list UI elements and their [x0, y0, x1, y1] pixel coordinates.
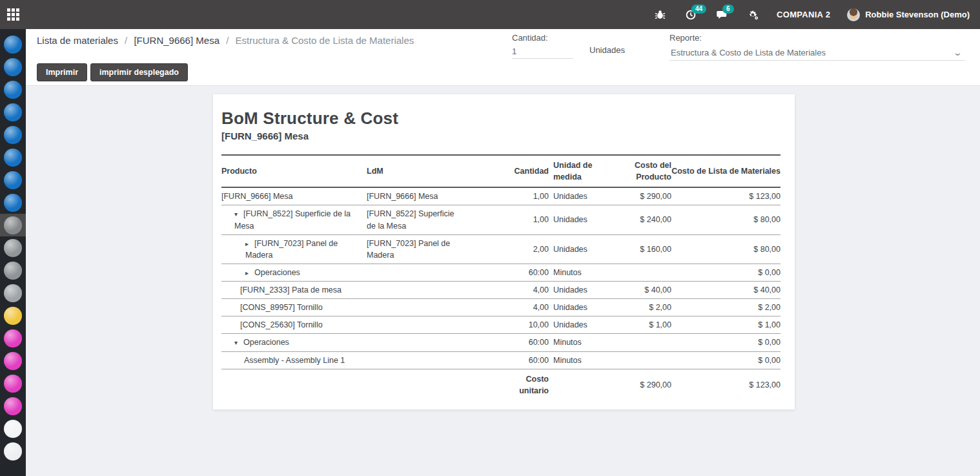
- bom-cost-cell: $ 0,00: [671, 264, 781, 281]
- fold-caret-icon[interactable]: ▾: [234, 338, 243, 348]
- report-subtitle: [FURN_9666] Mesa: [221, 130, 780, 141]
- bom-cost-cell: $ 80,00: [671, 234, 781, 264]
- quantity-cell: 60:00: [465, 264, 549, 281]
- col-header-cantidad: Cantidad: [465, 155, 549, 187]
- quantity-cell: 1,00: [465, 205, 549, 234]
- table-row: ▾Operaciones 60:00 Minutos $ 0,00: [221, 334, 781, 351]
- sidebar-app-item[interactable]: [0, 33, 26, 56]
- messages-badge: 6: [722, 5, 734, 14]
- report-type-value: Estructura & Costo de Lista de Materiale…: [671, 48, 954, 57]
- quantity-cell: 2,00: [465, 234, 549, 264]
- product-cost-cell: $ 2,00: [620, 299, 671, 316]
- sidebar-app-item[interactable]: [0, 78, 26, 101]
- user-avatar: [847, 8, 860, 21]
- print-button[interactable]: Imprimir: [37, 63, 87, 81]
- main-content: BoM Structure & Cost [FURN_9666] Mesa Pr…: [26, 86, 980, 476]
- app-icon: [4, 149, 22, 167]
- table-row: ▸[FURN_7023] Panel de Madera [FURN_7023]…: [221, 234, 781, 264]
- sidebar-app-item[interactable]: [0, 372, 26, 395]
- bom-cost-cell: $ 0,00: [671, 334, 781, 351]
- app-icon: [4, 58, 22, 76]
- table-row: [FURN_2333] Pata de mesa 4,00 Unidades $…: [221, 282, 781, 299]
- sidebar-app-item[interactable]: [0, 146, 26, 169]
- sidebar-app-item[interactable]: [0, 417, 26, 440]
- app-icon: [4, 397, 22, 415]
- sidebar-app-item[interactable]: [0, 191, 26, 214]
- sidebar-app-item[interactable]: [0, 259, 26, 282]
- product-cost-cell: $ 1,00: [620, 316, 671, 334]
- col-header-uom: Unidad de medida: [549, 155, 620, 187]
- sidebar-app-item[interactable]: [0, 349, 26, 372]
- fold-caret-icon[interactable]: ▸: [245, 269, 254, 278]
- bom-name: [367, 264, 465, 281]
- sidebar-app-item[interactable]: [0, 395, 26, 417]
- app-icon: [4, 307, 22, 325]
- fold-caret-icon[interactable]: ▸: [245, 240, 254, 249]
- app-sidebar: [0, 29, 26, 476]
- bom-name: [367, 334, 465, 351]
- apps-grid-icon: [7, 8, 19, 21]
- bom-name: [367, 299, 465, 316]
- table-row: [CONS_89957] Tornillo 4,00 Unidades $ 2,…: [221, 299, 781, 316]
- sidebar-app-item[interactable]: [0, 101, 26, 123]
- sidebar-app-item[interactable]: [0, 123, 26, 146]
- product-name: Operaciones: [254, 268, 300, 277]
- quantity-cell: 4,00: [465, 282, 549, 299]
- quantity-input[interactable]: [512, 44, 573, 59]
- fold-caret-icon[interactable]: ▾: [234, 210, 243, 220]
- uom-cell: Unidades: [549, 316, 620, 334]
- breadcrumb-item-current: Estructura & Costo de Lista de Materiale…: [236, 35, 414, 46]
- sidebar-app-item[interactable]: [0, 282, 26, 304]
- bom-name: [FURN_9666] Mesa: [367, 187, 465, 205]
- uom-cell: Unidades: [549, 187, 620, 205]
- sidebar-app-item[interactable]: [0, 214, 26, 236]
- product-name: Assembly - Assembly Line 1: [244, 356, 345, 365]
- app-icon: [4, 262, 22, 280]
- product-name: [CONS_25630] Tornillo: [240, 320, 323, 329]
- uom-cell: Unidades: [549, 234, 620, 264]
- activities-clock-icon[interactable]: 44: [684, 7, 698, 23]
- product-cost-cell: $ 290,00: [620, 187, 671, 205]
- user-menu[interactable]: Robbie Stevenson (Demo): [847, 8, 970, 21]
- bom-cost-cell: $ 80,00: [671, 205, 781, 234]
- col-header-costo-ldm: Costo de Lista de Materiales: [671, 155, 781, 187]
- debug-bug-icon[interactable]: [653, 7, 667, 23]
- breadcrumb-separator: /: [222, 35, 232, 46]
- uom-cell: Unidades: [549, 282, 620, 299]
- product-name: [FURN_7023] Panel de Madera: [245, 239, 338, 260]
- bom-name: [FURN_8522] Superficie de la Mesa: [367, 205, 465, 234]
- sidebar-app-item[interactable]: [0, 304, 26, 327]
- product-cost-cell: [620, 264, 671, 281]
- sidebar-app-item[interactable]: [0, 327, 26, 349]
- breadcrumb: Lista de materiales / [FURN_9666] Mesa /…: [37, 35, 414, 46]
- bom-name: [367, 282, 465, 299]
- table-row: ▾[FURN_8522] Superficie de la Mesa [FURN…: [221, 205, 781, 234]
- sidebar-app-item[interactable]: [0, 56, 26, 78]
- sidebar-app-item[interactable]: [0, 440, 26, 462]
- user-name: Robbie Stevenson (Demo): [865, 10, 970, 19]
- print-unfolded-button[interactable]: imprimir desplegado: [90, 63, 188, 81]
- company-switcher[interactable]: COMPANIA 2: [777, 10, 830, 19]
- product-cost-cell: $ 40,00: [620, 282, 671, 299]
- sidebar-app-item[interactable]: [0, 169, 26, 191]
- breadcrumb-item-bom-list[interactable]: Lista de materiales: [37, 35, 118, 46]
- app-icon: [4, 442, 22, 460]
- quantity-group: Cantidad:: [512, 33, 577, 59]
- table-row: ▸Operaciones 60:00 Minutos $ 0,00: [221, 264, 781, 281]
- app-icon: [4, 126, 22, 144]
- sidebar-app-item[interactable]: [0, 236, 26, 259]
- product-name: [FURN_9666] Mesa: [221, 192, 292, 201]
- unit-cost-product: $ 290,00: [620, 369, 671, 400]
- settings-gears-icon[interactable]: [746, 7, 760, 23]
- messages-chat-icon[interactable]: 6: [715, 7, 729, 23]
- breadcrumb-item-bom[interactable]: [FURN_9666] Mesa: [134, 35, 219, 46]
- product-cost-cell: $ 240,00: [620, 205, 671, 234]
- breadcrumb-separator: /: [121, 35, 131, 46]
- apps-menu-button[interactable]: [0, 0, 26, 29]
- report-type-select[interactable]: Estructura & Costo de Lista de Materiale…: [669, 45, 965, 61]
- uom-cell: Minutos: [549, 264, 620, 281]
- app-icon: [4, 36, 22, 54]
- app-icon: [4, 216, 22, 234]
- control-panel: Lista de materiales / [FURN_9666] Mesa /…: [26, 29, 980, 86]
- product-name: [CONS_89957] Tornillo: [240, 303, 323, 312]
